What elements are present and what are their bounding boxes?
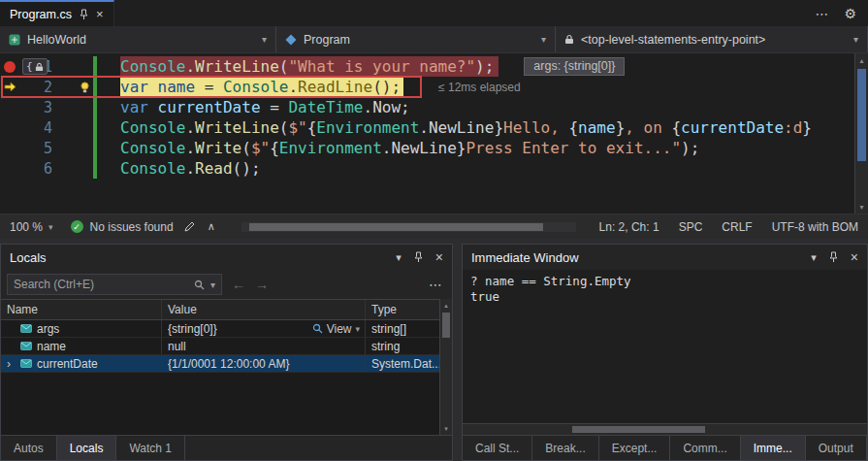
code-text[interactable]: Console.Write($"{Environment.NewLine}Pre… [120,138,699,158]
expand-chevron-icon[interactable]: › [7,357,20,371]
cell-value: null [162,338,366,354]
code-token: (); [233,159,261,178]
scroll-up-icon[interactable]: ▴ [855,53,868,67]
cell-type: System.Dat... [366,355,439,372]
code-editor[interactable]: {1Console.WriteLine("What is your name?"… [0,53,868,214]
close-icon[interactable]: × [435,249,443,265]
tab-program-cs[interactable]: Program.cs × [0,0,114,26]
code-text[interactable]: Console.WriteLine($"{Environment.NewLine… [120,117,812,138]
code-line[interactable]: 4Console.WriteLine($"{Environment.NewLin… [0,117,868,138]
code-line[interactable]: {1Console.WriteLine("What is your name?"… [0,56,868,77]
tab-overflow-icon[interactable]: ⋯ [815,6,828,21]
code-text[interactable]: var name = Console.ReadLine(); [120,77,403,97]
close-icon[interactable]: × [96,7,104,21]
spaces-indicator[interactable]: SPC [679,220,703,234]
pin-icon[interactable] [828,251,839,263]
search-box[interactable]: ▾ [7,274,222,295]
close-icon[interactable]: × [851,249,858,265]
locals-tab[interactable]: Watch 1 [116,436,185,460]
code-token: Console [120,57,185,76]
code-token: . [185,118,195,137]
editor-vertical-scrollbar[interactable]: ▴ ▾ [854,53,868,214]
chevron-down-icon: ▾ [262,34,267,45]
code-token: = [261,98,289,116]
back-icon[interactable]: ← [232,277,245,292]
locals-row[interactable]: ›currentDate{1/1/0001 12:00:00 AM}System… [1,355,439,373]
encoding-indicator[interactable]: UTF-8 with BOM [772,220,858,234]
code-token: } [802,118,812,137]
locals-tab[interactable]: Locals [57,436,117,460]
collapse-icon[interactable]: ∧ [205,220,218,233]
perftip: ≤ 12ms elapsed [438,81,521,94]
more-options-icon[interactable]: ⋯ [429,277,446,292]
window-menu-icon[interactable]: ▾ [811,251,817,264]
immediate-tab[interactable]: Call St... [463,436,532,460]
code-line[interactable]: 6Console.Read(); [0,158,868,179]
code-content: Console.WriteLine("What is your name?");… [97,56,625,77]
immediate-tab[interactable]: Imme... [741,436,806,460]
immediate-input-area[interactable]: ? name == String.Emptytrue [463,270,867,423]
pin-icon[interactable] [413,251,424,263]
immediate-tab[interactable]: Break... [532,436,598,460]
pin-icon[interactable] [79,9,89,20]
immediate-tab[interactable]: Comm... [670,436,740,460]
lightbulb-icon[interactable] [80,81,90,98]
column-header-type[interactable]: Type [366,300,439,319]
search-input[interactable] [14,278,188,291]
search-options-icon[interactable]: ▾ [210,280,215,290]
issues-label[interactable]: No issues found [90,220,174,234]
code-line[interactable]: 5Console.Write($"{Environment.NewLine}Pr… [0,138,868,158]
project-dropdown[interactable]: HelloWorld ▾ [0,26,276,52]
status-right: Ln: 2, Ch: 1 SPC CRLF UTF-8 with BOM [599,220,858,234]
code-lines: {1Console.WriteLine("What is your name?"… [0,56,868,179]
locals-row[interactable]: namenullstring [1,338,439,355]
forward-icon[interactable]: → [255,277,269,292]
locals-row[interactable]: args{string[0]}View▾string[] [1,320,439,338]
scrollbar-thumb[interactable] [249,223,544,231]
locals-vertical-scrollbar[interactable]: ▴ ▾ [439,299,452,435]
datatip[interactable]: args: {string[0]} [524,57,625,76]
column-header-value[interactable]: Value [162,300,366,319]
immediate-tab[interactable]: Except... [599,436,671,460]
scrollbar-thumb[interactable] [572,426,706,433]
view-button[interactable]: View▾ [312,322,365,336]
code-token: Console [120,139,185,157]
scrollbar-thumb[interactable] [442,313,450,338]
zoom-control[interactable]: 100 % ▾ [10,220,61,234]
editor-horizontal-scrollbar[interactable] [241,222,576,232]
code-text[interactable]: Console.Read(); [120,158,261,179]
panel-splitter[interactable] [453,244,462,461]
scrollbar-thumb[interactable] [857,69,866,161]
code-text[interactable]: var currentDate = DateTime.Now; [120,97,410,117]
scroll-down-icon[interactable]: ▾ [855,200,868,214]
tab-label: Program.cs [10,8,72,21]
window-menu-icon[interactable]: ▾ [396,251,402,264]
tab-well-controls: ⋯ ⚙ [803,0,868,26]
code-text[interactable]: Console.WriteLine("What is your name?"); [120,56,498,77]
immediate-tab[interactable]: Output [806,436,867,460]
code-line[interactable]: 2var name = Console.ReadLine();≤ 12ms el… [0,77,868,97]
locals-tab[interactable]: Autos [1,436,57,460]
code-line[interactable]: 3var currentDate = DateTime.Now; [0,97,868,117]
type-dropdown[interactable]: Program ▾ [276,26,556,52]
locals-toolbar: ▾ ← → ⋯ [1,270,452,299]
scroll-down-icon[interactable]: ▾ [440,422,452,435]
glyph-margin[interactable] [0,79,19,96]
line-column-indicator[interactable]: Ln: 2, Ch: 1 [599,220,659,234]
column-header-name[interactable]: Name [1,300,162,319]
member-dropdown[interactable]: <top-level-statements-entry-point> ▾ [556,26,868,52]
scroll-up-icon[interactable]: ▴ [440,299,452,312]
cell-type: string [366,338,439,354]
zoom-level: 100 % [10,220,43,234]
search-icon[interactable] [194,280,205,290]
immediate-horizontal-scrollbar[interactable] [463,423,867,435]
variable-icon [20,342,37,350]
locals-header: Locals ▾ × [1,245,452,270]
breakpoint-icon[interactable] [4,61,16,73]
gear-icon[interactable]: ⚙ [844,6,856,21]
glyph-margin[interactable] [0,61,19,73]
code-token: var [120,98,148,116]
code-cleanup-icon[interactable] [183,221,195,233]
issues-check-icon[interactable]: ✓ [71,220,83,233]
line-ending-indicator[interactable]: CRLF [722,220,752,234]
